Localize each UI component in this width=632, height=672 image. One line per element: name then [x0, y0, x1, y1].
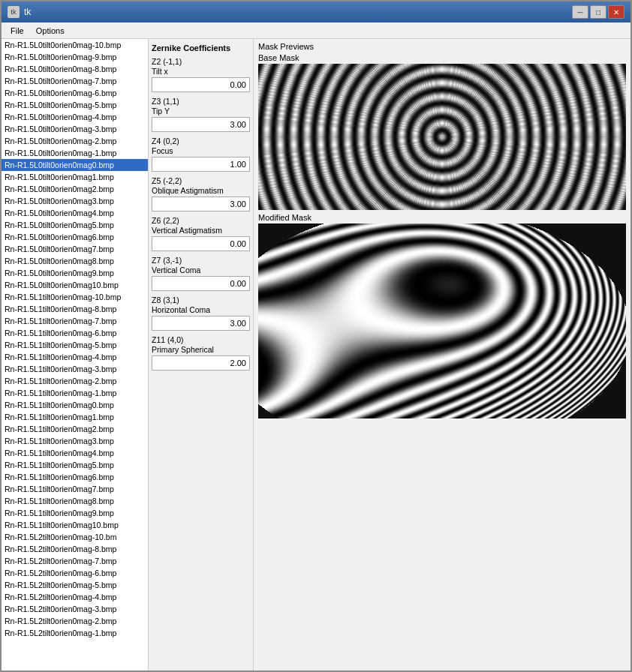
base-mask-canvas	[258, 64, 626, 210]
title-bar: tk tk ─ □ ✕	[2, 2, 630, 22]
base-mask-preview	[258, 64, 626, 210]
close-button[interactable]: ✕	[608, 5, 624, 19]
coeff-id-3: Z5 (-2,2)	[152, 176, 250, 185]
coeff-name-2: Focus	[152, 146, 250, 155]
file-item[interactable]: Rn-R1.5L1tilt0orien0mag10.bmp	[2, 519, 148, 531]
file-item[interactable]: Rn-R1.5L0tilt0orien0mag9.bmp	[2, 267, 148, 279]
main-content: Rn-R1.5L0tilt0orien0mag-10.bmpRn-R1.5L0t…	[2, 39, 630, 670]
file-item[interactable]: Rn-R1.5L0tilt0orien0mag5.bmp	[2, 219, 148, 231]
minimize-button[interactable]: ─	[572, 5, 588, 19]
coeff-id-2: Z4 (0,2)	[152, 136, 250, 146]
file-item[interactable]: Rn-R1.5L0tilt0orien0mag1.bmp	[2, 171, 148, 183]
mask-previews-title: Mask Previews	[258, 42, 626, 51]
file-item[interactable]: Rn-R1.5L0tilt0orien0mag-9.bmp	[2, 51, 148, 63]
file-item[interactable]: Rn-R1.5L1tilt0orien0mag-4.bmp	[2, 351, 148, 363]
file-item[interactable]: Rn-R1.5L2tilt0orien0mag-2.bmp	[2, 615, 148, 627]
file-item[interactable]: Rn-R1.5L0tilt0orien0mag2.bmp	[2, 183, 148, 195]
file-item[interactable]: Rn-R1.5L1tilt0orien0mag5.bmp	[2, 459, 148, 471]
file-item[interactable]: Rn-R1.5L2tilt0orien0mag-10.bm	[2, 531, 148, 543]
coeff-input-2[interactable]	[152, 157, 250, 172]
file-item[interactable]: Rn-R1.5L1tilt0orien0mag7.bmp	[2, 483, 148, 495]
file-item[interactable]: Rn-R1.5L2tilt0orien0mag-4.bmp	[2, 591, 148, 603]
menu-file[interactable]: File	[5, 25, 30, 37]
coeff-input-5[interactable]	[152, 276, 250, 291]
file-item[interactable]: Rn-R1.5L1tilt0orien0mag3.bmp	[2, 435, 148, 447]
coeff-input-0[interactable]	[152, 77, 250, 92]
coeff-id-5: Z7 (3,-1)	[152, 256, 250, 265]
modified-mask-canvas	[258, 224, 626, 418]
base-mask-section: Base Mask	[258, 53, 626, 210]
file-item[interactable]: Rn-R1.5L0tilt0orien0mag-7.bmp	[2, 75, 148, 87]
file-item[interactable]: Rn-R1.5L0tilt0orien0mag-5.bmp	[2, 99, 148, 111]
modified-mask-preview	[258, 224, 626, 418]
menu-bar: File Options	[2, 22, 630, 39]
controls-panel: Zernike Coefficients Z2 (-1,1)Tilt xZ3 (…	[149, 39, 254, 670]
coeff-input-1[interactable]	[152, 117, 250, 132]
base-mask-label: Base Mask	[258, 53, 626, 62]
coeff-id-0: Z2 (-1,1)	[152, 57, 250, 66]
coeff-name-5: Vertical Coma	[152, 266, 250, 274]
coeff-id-1: Z3 (1,1)	[152, 97, 250, 106]
title-bar-left: tk tk	[8, 6, 31, 18]
file-item[interactable]: Rn-R1.5L0tilt0orien0mag-4.bmp	[2, 111, 148, 123]
file-item[interactable]: Rn-R1.5L1tilt0orien0mag2.bmp	[2, 423, 148, 435]
file-item[interactable]: Rn-R1.5L2tilt0orien0mag-5.bmp	[2, 579, 148, 591]
coeff-id-6: Z8 (3,1)	[152, 296, 250, 304]
file-item[interactable]: Rn-R1.5L1tilt0orien0mag-6.bmp	[2, 327, 148, 339]
file-item[interactable]: Rn-R1.5L0tilt0orien0mag-2.bmp	[2, 135, 148, 147]
file-item[interactable]: Rn-R1.5L0tilt0orien0mag10.bmp	[2, 279, 148, 291]
main-window: tk tk ─ □ ✕ File Options Rn-R1.5L0tilt0o…	[0, 0, 632, 672]
file-item[interactable]: Rn-R1.5L0tilt0orien0mag4.bmp	[2, 207, 148, 219]
preview-panel: Mask Previews Base Mask Modified Mask	[254, 39, 630, 670]
file-item[interactable]: Rn-R1.5L0tilt0orien0mag-6.bmp	[2, 87, 148, 99]
file-item[interactable]: Rn-R1.5L1tilt0orien0mag-5.bmp	[2, 339, 148, 351]
coeff-id-7: Z11 (4,0)	[152, 335, 250, 344]
app-icon: tk	[8, 6, 20, 18]
file-item[interactable]: Rn-R1.5L0tilt0orien0mag-8.bmp	[2, 63, 148, 75]
file-item[interactable]: Rn-R1.5L0tilt0orien0mag-3.bmp	[2, 123, 148, 135]
coeff-input-7[interactable]	[152, 356, 250, 370]
zernike-title: Zernike Coefficients	[152, 44, 250, 52]
file-item[interactable]: Rn-R1.5L0tilt0orien0mag7.bmp	[2, 243, 148, 255]
file-item[interactable]: Rn-R1.5L1tilt0orien0mag-8.bmp	[2, 303, 148, 315]
file-item[interactable]: Rn-R1.5L1tilt0orien0mag0.bmp	[2, 399, 148, 411]
file-item[interactable]: Rn-R1.5L0tilt0orien0mag8.bmp	[2, 255, 148, 267]
maximize-button[interactable]: □	[590, 5, 606, 19]
file-item[interactable]: Rn-R1.5L2tilt0orien0mag-6.bmp	[2, 567, 148, 579]
file-item[interactable]: Rn-R1.5L1tilt0orien0mag-10.bmp	[2, 291, 148, 303]
mask-container: Base Mask Modified Mask	[258, 53, 626, 668]
file-item[interactable]: Rn-R1.5L1tilt0orien0mag-2.bmp	[2, 375, 148, 387]
file-item[interactable]: Rn-R1.5L2tilt0orien0mag-8.bmp	[2, 543, 148, 555]
menu-options[interactable]: Options	[30, 25, 71, 37]
file-item[interactable]: Rn-R1.5L2tilt0orien0mag-1.bmp	[2, 627, 148, 639]
file-item[interactable]: Rn-R1.5L1tilt0orien0mag1.bmp	[2, 411, 148, 423]
file-item[interactable]: Rn-R1.5L1tilt0orien0mag9.bmp	[2, 507, 148, 519]
file-item[interactable]: Rn-R1.5L0tilt0orien0mag0.bmp	[2, 159, 148, 171]
coeff-input-3[interactable]	[152, 196, 250, 212]
file-item[interactable]: Rn-R1.5L1tilt0orien0mag8.bmp	[2, 495, 148, 507]
file-item[interactable]: Rn-R1.5L0tilt0orien0mag3.bmp	[2, 195, 148, 207]
coeff-input-6[interactable]	[152, 316, 250, 331]
coeff-name-0: Tilt x	[152, 67, 250, 76]
file-item[interactable]: Rn-R1.5L0tilt0orien0mag6.bmp	[2, 231, 148, 243]
coeff-name-6: Horizontal Coma	[152, 305, 250, 314]
file-list[interactable]: Rn-R1.5L0tilt0orien0mag-10.bmpRn-R1.5L0t…	[2, 39, 149, 670]
file-item[interactable]: Rn-R1.5L1tilt0orien0mag6.bmp	[2, 471, 148, 483]
window-title: tk	[24, 7, 31, 17]
modified-mask-label: Modified Mask	[258, 213, 626, 222]
coeff-name-1: Tip Y	[152, 106, 250, 116]
file-item[interactable]: Rn-R1.5L0tilt0orien0mag-1.bmp	[2, 147, 148, 159]
file-item[interactable]: Rn-R1.5L1tilt0orien0mag-7.bmp	[2, 315, 148, 327]
file-item[interactable]: Rn-R1.5L2tilt0orien0mag-7.bmp	[2, 555, 148, 567]
coeff-name-3: Oblique Astigmatism	[152, 186, 250, 195]
title-bar-buttons: ─ □ ✕	[572, 5, 624, 19]
coeff-name-4: Vertical Astigmatism	[152, 226, 250, 235]
file-item[interactable]: Rn-R1.5L1tilt0orien0mag-3.bmp	[2, 363, 148, 375]
file-item[interactable]: Rn-R1.5L2tilt0orien0mag-3.bmp	[2, 603, 148, 615]
modified-mask-section: Modified Mask	[258, 213, 626, 418]
file-item[interactable]: Rn-R1.5L1tilt0orien0mag-1.bmp	[2, 387, 148, 399]
file-item[interactable]: Rn-R1.5L0tilt0orien0mag-10.bmp	[2, 39, 148, 51]
file-item[interactable]: Rn-R1.5L1tilt0orien0mag4.bmp	[2, 447, 148, 459]
coeff-id-4: Z6 (2,2)	[152, 216, 250, 225]
coeff-input-4[interactable]	[152, 236, 250, 251]
